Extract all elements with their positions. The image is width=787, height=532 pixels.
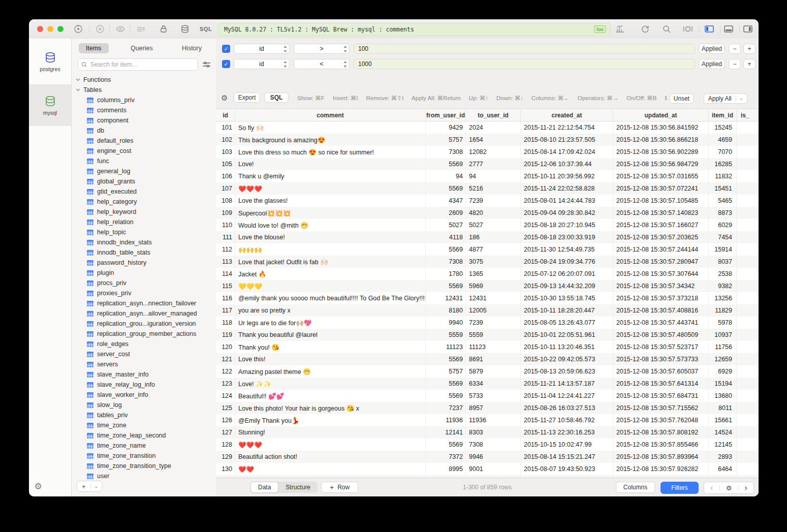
table-row[interactable]: 121Love this!556986912015-10-22 09:42:05… (216, 353, 759, 365)
sidebar-table-item[interactable]: engine_cost (72, 146, 216, 156)
sidebar-table-item[interactable]: role_edges (72, 339, 216, 349)
table-row[interactable]: 106Thank u @emily94942015-10-11 20:39:56… (216, 170, 759, 182)
column-header-comment[interactable]: comment (235, 109, 426, 121)
eye-icon[interactable] (115, 24, 126, 34)
table-row[interactable]: 111Love the blouse!41181862015-08-18 23:… (216, 231, 759, 243)
table-row[interactable]: 113Love that jacket! Outfit is fab 🙌🏻730… (216, 256, 759, 268)
remove-filter-button[interactable]: − (729, 59, 741, 69)
column-header-updated_at[interactable]: updated_at (613, 109, 709, 121)
connection-postgres[interactable]: postgres (29, 41, 71, 82)
filter-checkbox[interactable]: ✓ (222, 45, 230, 53)
table-row[interactable]: 127Stunning!1214183032015-11-13 22:30:16… (216, 426, 759, 439)
sidebar-table-item[interactable]: general_log (72, 166, 216, 176)
stats-icon[interactable] (614, 24, 625, 34)
sidebar-table-item[interactable]: default_roles (72, 136, 216, 146)
table-row[interactable]: 115💛💛💛556959692015-09-13 14:44:32.209201… (216, 280, 759, 292)
table-row[interactable]: 103Love this dress so much 😍 so nice for… (216, 146, 759, 158)
table-row[interactable]: 114Jacket 🔥178013652015-07-12 06:20:07.0… (216, 268, 759, 280)
table-row[interactable]: 105Love!556927772015-12-06 10:37:39.4420… (216, 158, 759, 170)
table-row[interactable]: 108Love the glasses!434772392015-08-01 1… (216, 195, 759, 207)
column-header-to_user_id[interactable]: to_user_id (466, 109, 521, 121)
table-row[interactable]: 107❤️❤️❤️556952162015-11-24 22:02:58.828… (216, 182, 759, 195)
import-list-icon[interactable] (135, 24, 146, 34)
table-row[interactable]: 118Ur legs are to die for🙌🏼💖994072392015… (216, 317, 759, 329)
table-row[interactable]: 116@emily thank you soooo much beautiful… (216, 292, 759, 304)
sidebar-table-item[interactable]: user (72, 471, 216, 479)
settings-gear-icon[interactable]: ⚙ (29, 480, 47, 492)
unset-button[interactable]: Unset (670, 93, 694, 104)
filter-value-input[interactable] (354, 59, 695, 69)
tab-history[interactable]: History (175, 43, 209, 53)
prev-page-icon[interactable]: ‹ (710, 483, 713, 492)
filter-applied-button[interactable]: Applied (699, 44, 725, 54)
table-row[interactable]: 119Thank you beautiful @laurel5559555920… (216, 329, 759, 341)
refresh-icon[interactable] (640, 24, 651, 34)
column-header-is_[interactable]: is_ (737, 109, 759, 121)
sidebar-table-item[interactable]: func (72, 156, 216, 166)
sidebar-table-item[interactable]: tables_priv (72, 410, 216, 420)
sidebar-table-item[interactable]: proxies_priv (72, 288, 216, 298)
column-header-created_at[interactable]: created_at (521, 109, 613, 121)
sidebar-table-item[interactable]: slow_log (72, 400, 216, 410)
table-row[interactable]: 129Beautiful action shot!737299462015-08… (216, 451, 759, 463)
tree-section-tables[interactable]: Tables (72, 85, 216, 95)
table-row[interactable]: 130❤️❤️899590012015-08-07 19:43:50.92320… (216, 463, 759, 475)
sidebar-table-item[interactable]: time_zone_transition (72, 451, 216, 461)
table-row[interactable]: 122Amazing pastel theme 😁575758792015-08… (216, 365, 759, 378)
sidebar-table-item[interactable]: columns_priv (72, 95, 216, 105)
filter-checkbox[interactable]: ✓ (222, 60, 230, 68)
add-item-menu-chevron-icon[interactable]: ⌄ (91, 484, 102, 489)
tree-section-functions[interactable]: Functions (72, 75, 216, 85)
filter-column-select[interactable]: id (234, 44, 290, 54)
table-row[interactable]: 123Love! ✨✨556963342015-11-21 14:13:57.1… (216, 378, 759, 390)
connection-mysql[interactable]: mysql (29, 84, 71, 126)
table-row[interactable]: 109Supercool💥💥💥260948202015-09-04 09:28:… (216, 207, 759, 219)
sidebar-table-item[interactable]: password_history (72, 258, 216, 268)
sidebar-table-item[interactable]: help_topic (72, 227, 216, 237)
sidebar-table-item[interactable]: help_category (72, 197, 216, 207)
tab-items[interactable]: Items (79, 43, 109, 53)
fit-width-icon[interactable] (682, 24, 694, 34)
table-row[interactable]: 125Love this photo! Your hair is gorgeou… (216, 402, 759, 414)
filter-column-select[interactable]: id (234, 59, 290, 69)
close-window-button[interactable] (37, 26, 43, 32)
sidebar-table-item[interactable]: help_relation (72, 217, 216, 227)
sidebar-table-item[interactable]: plugin (72, 268, 216, 278)
sidebar-table-item[interactable]: servers (72, 359, 216, 369)
lock-icon[interactable] (158, 24, 169, 34)
table-row[interactable]: 101So fly 🙌🏻942920242015-11-21 22:12:54.… (216, 121, 759, 134)
sidebar-table-item[interactable]: component (72, 115, 216, 126)
sidebar-table-item[interactable]: server_cost (72, 349, 216, 359)
table-row[interactable]: 124Beautiful!! 💕💕556957332015-11-04 12:2… (216, 390, 759, 402)
export-button[interactable]: Export (234, 92, 260, 103)
database-icon[interactable] (179, 24, 191, 34)
table-row[interactable]: 128❤️❤️❤️556973082015-10-15 10:02:47.992… (216, 439, 759, 451)
add-filter-button[interactable]: + (743, 44, 755, 54)
filter-operator-select[interactable]: > (294, 44, 350, 54)
sidebar-table-item[interactable]: procs_priv (72, 278, 216, 288)
add-item-button[interactable]: + (77, 481, 90, 491)
columns-button[interactable]: Columns (616, 482, 655, 493)
zoom-window-button[interactable] (57, 26, 64, 32)
sql-editor-icon[interactable]: SQL (200, 26, 212, 32)
minimize-window-button[interactable] (47, 26, 53, 32)
sidebar-table-item[interactable]: gtid_executed (72, 186, 216, 197)
sidebar-table-item[interactable]: innodb_table_stats (72, 247, 216, 258)
sidebar-table-item[interactable]: time_zone (72, 420, 216, 430)
add-item-split-button[interactable]: + ⌄ (77, 481, 102, 492)
table-row[interactable]: 110Would love to! @mith 😁502750272015-08… (216, 219, 759, 231)
sidebar-table-item[interactable]: innodb_index_stats (72, 237, 216, 247)
remove-filter-button[interactable]: − (729, 44, 741, 54)
sidebar-table-item[interactable]: replication_asyn...nnection_failover (72, 298, 216, 308)
apply-all-button[interactable]: Apply All ⌄ (704, 93, 747, 104)
filter-settings-gear-icon[interactable]: ⚙ (221, 93, 228, 103)
table-row[interactable]: 126@Emily Thank you💃11936119362015-11-27… (216, 414, 759, 426)
table-row[interactable]: 102This background is amazing😍5757165420… (216, 134, 759, 146)
filter-options-icon[interactable] (202, 61, 211, 68)
column-header-from_user_id[interactable]: from_user_id (426, 109, 466, 121)
filters-button[interactable]: Filters (660, 482, 699, 494)
panel-left-icon[interactable] (704, 24, 715, 34)
sidebar-table-item[interactable]: comments (72, 105, 216, 115)
apply-all-chevron-icon[interactable]: ⌄ (739, 96, 743, 101)
sidebar-table-item[interactable]: time_zone_leap_second (72, 430, 216, 441)
